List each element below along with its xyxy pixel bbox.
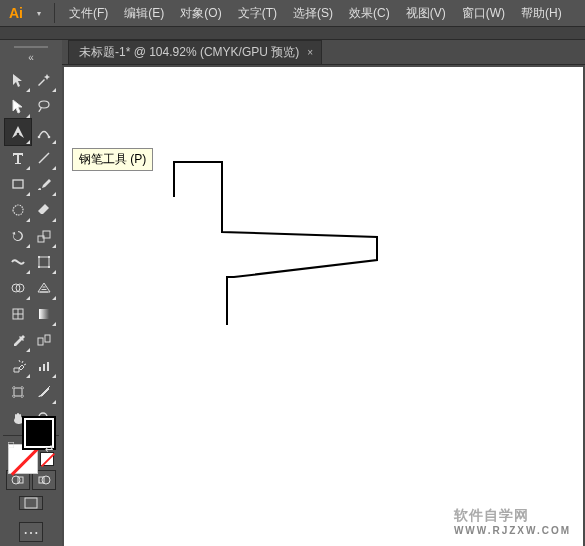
menu-bar: Ai ▾ 文件(F) 编辑(E) 对象(O) 文字(T) 选择(S) 效果(C)… [0,0,585,26]
svg-rect-9 [38,266,40,268]
selection-tool[interactable] [5,67,31,93]
menu-object[interactable]: 对象(O) [172,5,229,22]
pen-tool[interactable] [5,119,31,145]
direct-selection-tool[interactable] [5,93,31,119]
watermark-url: WWW.RJZXW.COM [454,525,571,536]
free-transform-tool[interactable] [31,249,57,275]
document-tab-label: 未标题-1* @ 104.92% (CMYK/GPU 预览) [79,44,299,61]
menu-edit[interactable]: 编辑(E) [116,5,172,22]
watermark: 软件自学网 WWW.RJZXW.COM [454,507,571,536]
panel-grip-icon[interactable] [14,46,48,48]
eraser-tool[interactable] [31,197,57,223]
canvas[interactable]: 软件自学网 WWW.RJZXW.COM [64,67,583,546]
svg-point-0 [17,133,20,136]
svg-rect-8 [48,256,50,258]
eyedropper-tool[interactable] [5,327,31,353]
mesh-tool[interactable] [5,301,31,327]
screen-mode-button[interactable] [19,496,43,510]
svg-point-1 [38,136,41,139]
document-tab-bar: 未标题-1* @ 104.92% (CMYK/GPU 预览) × [62,40,585,65]
collapse-panel-icon[interactable]: « [28,52,34,63]
rotate-tool[interactable] [5,223,31,249]
magic-wand-tool[interactable] [31,67,57,93]
tools-panel: « [0,40,62,546]
default-fill-stroke-icon[interactable]: □ [8,439,14,450]
svg-point-25 [42,476,50,484]
menu-window[interactable]: 窗口(W) [454,5,513,22]
width-tool[interactable] [5,249,31,275]
lasso-tool[interactable] [31,93,57,119]
close-tab-icon[interactable]: × [307,47,313,58]
svg-rect-20 [14,388,22,396]
document-tab[interactable]: 未标题-1* @ 104.92% (CMYK/GPU 预览) × [68,40,322,64]
menu-select[interactable]: 选择(S) [285,5,341,22]
svg-rect-18 [43,364,45,371]
scale-tool[interactable] [31,223,57,249]
app-menu-chevron-icon[interactable]: ▾ [30,9,48,18]
svg-rect-16 [45,335,50,342]
control-bar [0,26,585,40]
perspective-grid-tool[interactable] [31,275,57,301]
watermark-text: 软件自学网 [454,507,529,523]
edit-toolbar-button[interactable]: ⋯ [19,522,43,542]
blend-tool[interactable] [31,327,57,353]
svg-rect-14 [39,309,49,319]
svg-rect-3 [13,180,23,188]
shaper-tool[interactable] [5,197,31,223]
shape-builder-tool[interactable] [5,275,31,301]
document-area: 未标题-1* @ 104.92% (CMYK/GPU 预览) × 软件自学网 W… [62,40,585,546]
none-mode-swatch[interactable] [40,452,54,466]
tool-grid [5,67,57,431]
symbol-sprayer-tool[interactable] [5,353,31,379]
type-tool[interactable] [5,145,31,171]
paintbrush-tool[interactable] [31,171,57,197]
slice-tool[interactable] [31,379,57,405]
app-logo: Ai [6,3,26,23]
artboard-tool[interactable] [5,379,31,405]
rectangle-tool[interactable] [5,171,31,197]
fill-stroke-swatch[interactable]: ⇄ □ [8,444,54,448]
artwork-path [64,67,583,546]
svg-rect-10 [48,266,50,268]
line-segment-tool[interactable] [31,145,57,171]
svg-rect-19 [47,362,49,371]
menu-view[interactable]: 视图(V) [398,5,454,22]
svg-rect-26 [25,498,37,508]
menu-separator [54,3,55,23]
column-graph-tool[interactable] [31,353,57,379]
gradient-tool[interactable] [31,301,57,327]
menu-type[interactable]: 文字(T) [230,5,285,22]
menu-help[interactable]: 帮助(H) [513,5,570,22]
menu-file[interactable]: 文件(F) [61,5,116,22]
curvature-tool[interactable] [31,119,57,145]
svg-rect-6 [39,257,49,267]
menu-effect[interactable]: 效果(C) [341,5,398,22]
tooltip-pen-tool: 钢笔工具 (P) [72,148,153,171]
svg-rect-15 [38,338,43,345]
svg-point-2 [48,136,51,139]
svg-rect-17 [39,367,41,371]
svg-rect-7 [38,256,40,258]
